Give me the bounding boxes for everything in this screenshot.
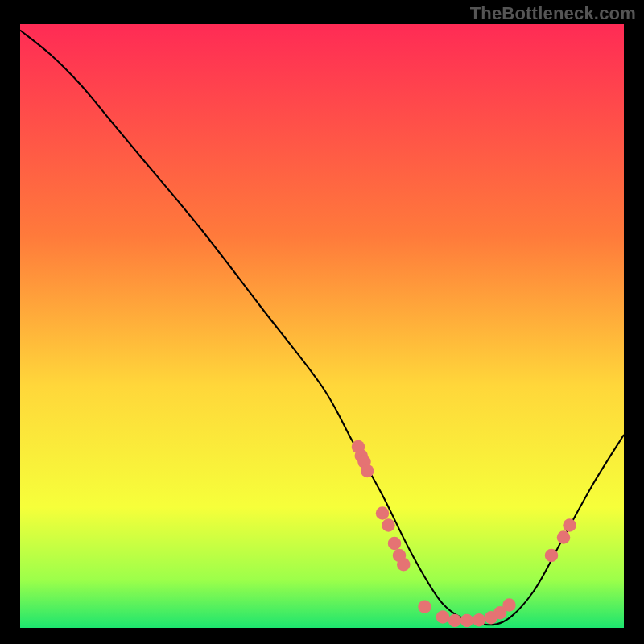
marker-point xyxy=(436,610,450,623)
marker-point xyxy=(361,464,374,478)
marker-point xyxy=(545,549,559,563)
marker-point xyxy=(418,601,431,614)
marker-point xyxy=(388,537,402,551)
marker-point xyxy=(563,518,576,532)
chart-container: TheBottleneck.com xyxy=(0,0,644,644)
gradient-background xyxy=(20,24,624,628)
marker-point xyxy=(460,614,474,627)
bottleneck-chart xyxy=(20,24,624,628)
marker-point xyxy=(502,598,516,611)
marker-point xyxy=(473,613,486,626)
marker-point xyxy=(557,530,571,544)
marker-point xyxy=(382,518,395,532)
marker-point xyxy=(448,614,462,627)
attribution-label: TheBottleneck.com xyxy=(470,3,636,24)
marker-point xyxy=(376,506,390,520)
marker-point xyxy=(397,558,411,572)
plot-area xyxy=(20,24,624,628)
